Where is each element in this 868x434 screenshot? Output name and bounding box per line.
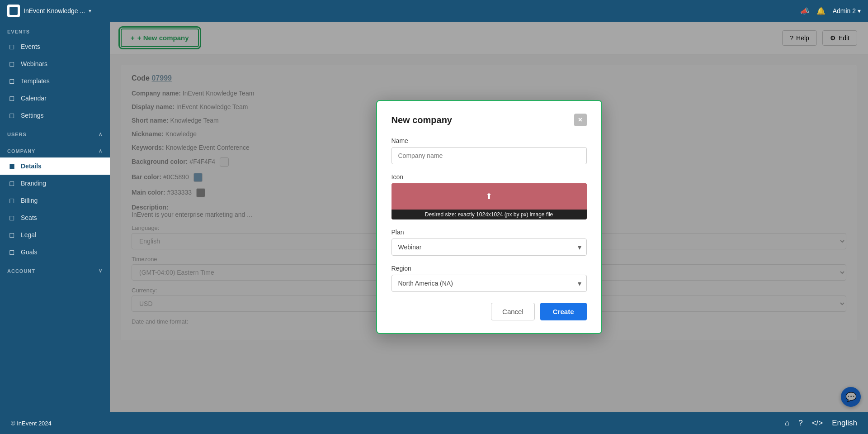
billing-icon: ◻ — [7, 196, 16, 205]
events-section-title: EVENTS — [0, 22, 110, 38]
sidebar-item-goals-label: Goals — [21, 248, 38, 256]
events-icon: ◻ — [7, 43, 16, 51]
modal-overlay: New company × Name Icon ⬆ Desired size: … — [110, 22, 868, 412]
users-expand-icon: ∧ — [99, 131, 103, 137]
sidebar-item-templates[interactable]: ◻ Templates — [0, 72, 110, 90]
sidebar-item-billing[interactable]: ◻ Billing — [0, 192, 110, 209]
seats-icon: ◻ — [7, 214, 16, 222]
modal-name-label: Name — [392, 137, 587, 144]
modal-header: New company × — [392, 114, 587, 126]
company-expand-icon: ∧ — [99, 148, 103, 154]
modal-name-field: Name — [392, 137, 587, 164]
sidebar: EVENTS ◻ Events ◻ Webinars ◻ Templates ◻… — [0, 22, 110, 412]
new-company-modal: New company × Name Icon ⬆ Desired size: … — [376, 100, 602, 334]
details-icon: ◼ — [7, 162, 16, 170]
sidebar-item-billing-label: Billing — [21, 197, 38, 204]
bottombar-language[interactable]: English — [832, 419, 857, 428]
modal-title: New company — [392, 115, 452, 125]
app-title: InEvent Knowledge ... — [24, 7, 85, 14]
sidebar-item-goals[interactable]: ◻ Goals — [0, 243, 110, 261]
sidebar-item-legal[interactable]: ◻ Legal — [0, 226, 110, 243]
plan-select-wrapper: Webinar Starter Business Enterprise ▾ — [392, 238, 587, 256]
account-section-label: ACCOUNT — [7, 268, 35, 274]
sidebar-item-webinars-label: Webinars — [21, 60, 47, 67]
account-section-title[interactable]: ACCOUNT ∨ — [0, 261, 110, 277]
bottombar-icons: ⌂ ? </> English — [785, 419, 857, 428]
sidebar-item-seats[interactable]: ◻ Seats — [0, 209, 110, 226]
sidebar-item-events-label: Events — [21, 43, 40, 50]
create-button[interactable]: Create — [540, 303, 587, 320]
sidebar-item-details[interactable]: ◼ Details — [0, 157, 110, 175]
sidebar-item-branding-label: Branding — [21, 180, 46, 187]
users-section-title[interactable]: USERS ∧ — [0, 124, 110, 141]
app-title-chevron[interactable]: ▾ — [89, 8, 91, 14]
region-select-wrapper: North America (NA) Europe (EU) Asia Paci… — [392, 275, 587, 292]
admin-label: Admin 2 — [833, 7, 856, 14]
logo-inner — [9, 7, 18, 15]
sidebar-item-calendar-label: Calendar — [21, 95, 47, 102]
topbar-right: 📣 🔔 Admin 2 ▾ — [800, 7, 861, 15]
sidebar-item-templates-label: Templates — [21, 77, 50, 85]
admin-chevron: ▾ — [858, 7, 861, 14]
admin-menu[interactable]: Admin 2 ▾ — [833, 7, 861, 14]
sidebar-item-settings-label: Settings — [21, 112, 44, 119]
topbar: InEvent Knowledge ... ▾ 📣 🔔 Admin 2 ▾ — [0, 0, 868, 22]
modal-footer: Cancel Create — [392, 303, 587, 320]
cancel-button[interactable]: Cancel — [491, 303, 535, 320]
webinars-icon: ◻ — [7, 60, 16, 68]
sidebar-item-webinars[interactable]: ◻ Webinars — [0, 55, 110, 72]
legal-icon: ◻ — [7, 231, 16, 239]
content-area: + + New company ? Help ⚙ Edit Code 07999 — [110, 22, 868, 412]
upload-icon: ⬆ — [486, 191, 492, 201]
region-select[interactable]: North America (NA) Europe (EU) Asia Paci… — [392, 275, 587, 292]
sidebar-item-legal-label: Legal — [21, 231, 36, 238]
plan-select[interactable]: Webinar Starter Business Enterprise — [392, 238, 587, 256]
modal-close-button[interactable]: × — [574, 114, 587, 126]
templates-icon: ◻ — [7, 77, 16, 85]
question-icon[interactable]: ? — [798, 419, 802, 428]
sidebar-item-settings[interactable]: ◻ Settings — [0, 107, 110, 124]
modal-region-label: Region — [392, 265, 587, 272]
sidebar-item-events[interactable]: ◻ Events — [0, 38, 110, 55]
sidebar-item-calendar[interactable]: ◻ Calendar — [0, 90, 110, 107]
bottombar: © InEvent 2024 ⌂ ? </> English — [0, 412, 868, 434]
icon-upload-top: ⬆ — [392, 183, 587, 210]
goals-icon: ◻ — [7, 248, 16, 256]
inevent-logo[interactable] — [7, 5, 20, 17]
home-icon[interactable]: ⌂ — [785, 419, 789, 428]
bell-icon[interactable]: 🔔 — [816, 7, 826, 15]
modal-icon-field: Icon ⬆ Desired size: exactly 1024x1024 (… — [392, 173, 587, 219]
main-layout: EVENTS ◻ Events ◻ Webinars ◻ Templates ◻… — [0, 22, 868, 412]
company-section-label: COMPANY — [7, 148, 35, 154]
modal-plan-label: Plan — [392, 229, 587, 236]
icon-upload-hint: Desired size: exactly 1024x1024 (px by p… — [392, 210, 587, 219]
branding-icon: ◻ — [7, 179, 16, 187]
megaphone-icon[interactable]: 📣 — [800, 7, 809, 15]
sidebar-item-details-label: Details — [21, 162, 42, 170]
settings-icon: ◻ — [7, 111, 16, 119]
icon-upload-area[interactable]: ⬆ Desired size: exactly 1024x1024 (px by… — [392, 183, 587, 219]
account-expand-icon: ∨ — [99, 268, 103, 274]
code-icon[interactable]: </> — [812, 419, 823, 428]
company-name-input[interactable] — [392, 147, 587, 164]
modal-icon-label: Icon — [392, 173, 587, 181]
sidebar-item-seats-label: Seats — [21, 214, 37, 221]
modal-region-field: Region North America (NA) Europe (EU) As… — [392, 265, 587, 292]
copyright: © InEvent 2024 — [11, 420, 52, 427]
topbar-left: InEvent Knowledge ... ▾ — [7, 5, 91, 17]
users-section-label: USERS — [7, 132, 27, 137]
company-section-title[interactable]: COMPANY ∧ — [0, 141, 110, 157]
sidebar-item-branding[interactable]: ◻ Branding — [0, 175, 110, 192]
calendar-icon: ◻ — [7, 94, 16, 102]
modal-plan-field: Plan Webinar Starter Business Enterprise… — [392, 229, 587, 256]
